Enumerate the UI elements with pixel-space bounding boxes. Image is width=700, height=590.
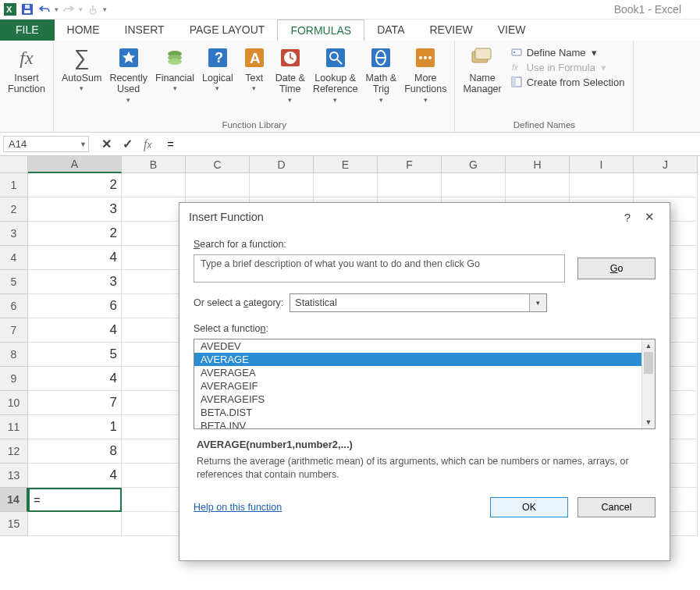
cell-B14[interactable] [122,488,186,512]
cell-A10[interactable]: 7 [28,391,122,415]
cancel-button[interactable]: Cancel [577,497,656,517]
cell-B2[interactable] [122,197,186,222]
dialog-close-icon[interactable]: ✕ [638,210,660,224]
recently-used-button[interactable]: RecentlyUsed▾ [105,43,151,119]
cell-A3[interactable]: 2 [28,222,122,246]
go-button[interactable]: Go [577,258,656,279]
cell-B3[interactable] [122,222,186,246]
chevron-down-icon[interactable]: ▾ [529,294,546,311]
column-header-D[interactable]: D [250,156,314,173]
row-header-3[interactable]: 3 [0,222,28,246]
function-item-average[interactable]: AVERAGE [194,353,655,366]
cell-B12[interactable] [122,439,186,464]
cell-A4[interactable]: 4 [28,246,122,270]
text-button[interactable]: A Text▾ [237,43,272,119]
cell-B6[interactable] [122,294,186,318]
cell-B7[interactable] [122,318,186,343]
cell-B13[interactable] [122,464,186,488]
function-list[interactable]: AVEDEVAVERAGEAVERAGEAAVERAGEIFAVERAGEIFS… [194,339,656,429]
ok-button[interactable]: OK [490,497,568,517]
cell-A14[interactable]: = [28,488,122,512]
cell-A7[interactable]: 4 [28,318,122,343]
row-header-5[interactable]: 5 [0,270,28,294]
enter-formula-icon[interactable]: ✓ [123,137,133,151]
dialog-help-icon[interactable]: ? [616,211,638,224]
tab-review[interactable]: REVIEW [417,20,485,41]
cell-F1[interactable] [378,173,442,197]
category-select[interactable]: Statistical ▾ [290,293,547,312]
cell-E1[interactable] [314,173,378,197]
math-button[interactable]: Math &Trig▾ [362,43,401,119]
tab-data[interactable]: DATA [364,20,417,41]
insert-function-button[interactable]: fx InsertFunction [4,43,49,119]
tab-insert[interactable]: INSERT [112,20,177,41]
cell-B1[interactable] [122,173,186,197]
cell-B9[interactable] [122,367,186,391]
save-icon[interactable] [20,2,34,16]
column-header-C[interactable]: C [186,156,250,173]
row-header-11[interactable]: 11 [0,415,28,439]
tab-file[interactable]: FILE [0,20,55,41]
cell-A2[interactable]: 3 [28,197,122,222]
column-header-I[interactable]: I [570,156,634,173]
tab-view[interactable]: VIEW [485,20,538,41]
column-header-F[interactable]: F [378,156,442,173]
financial-button[interactable]: Financial▾ [151,43,198,119]
lookup-button[interactable]: Lookup &Reference▾ [309,43,362,119]
more-functions-button[interactable]: MoreFunctions▾ [400,43,450,119]
cell-J1[interactable] [634,173,698,197]
redo-icon[interactable] [62,2,76,16]
cell-A1[interactable]: 2 [28,173,122,197]
row-header-15[interactable]: 15 [0,512,28,536]
row-header-6[interactable]: 6 [0,294,28,318]
function-item-averageifs[interactable]: AVERAGEIFS [194,393,655,406]
cell-I1[interactable] [570,173,634,197]
cell-A9[interactable]: 4 [28,367,122,391]
undo-dropdown-icon[interactable]: ▾ [55,5,59,13]
cell-A13[interactable]: 4 [28,464,122,488]
date-time-button[interactable]: Date &Time▾ [272,43,309,119]
function-item-avedev[interactable]: AVEDEV [194,339,655,353]
name-manager-button[interactable]: NameManager [459,43,505,119]
column-header-A[interactable]: A [28,156,122,173]
function-item-averageif[interactable]: AVERAGEIF [194,379,655,393]
formula-input[interactable] [161,133,700,155]
scroll-up-icon[interactable]: ▲ [642,339,655,352]
function-list-scrollbar[interactable]: ▲ ▼ [641,339,655,428]
cell-A11[interactable]: 1 [28,415,122,439]
row-header-4[interactable]: 4 [0,246,28,270]
row-header-2[interactable]: 2 [0,197,28,222]
create-from-selection-button[interactable]: Create from Selection [510,76,625,88]
row-header-14[interactable]: 14 [0,488,28,512]
cell-B4[interactable] [122,246,186,270]
search-function-input[interactable]: Type a brief description of what you wan… [194,254,565,283]
column-header-J[interactable]: J [634,156,698,173]
cell-B15[interactable] [122,512,186,536]
cell-A5[interactable]: 3 [28,270,122,294]
fx-icon[interactable]: fx [144,137,151,151]
column-header-E[interactable]: E [314,156,378,173]
tab-page-layout[interactable]: PAGE LAYOUT [177,20,278,41]
cell-A6[interactable]: 6 [28,294,122,318]
function-item-beta-inv[interactable]: BETA.INV [194,419,655,429]
cancel-formula-icon[interactable]: ✕ [101,137,112,151]
row-header-12[interactable]: 12 [0,439,28,464]
cell-B5[interactable] [122,270,186,294]
row-header-10[interactable]: 10 [0,391,28,415]
cell-G1[interactable] [442,173,506,197]
define-name-button[interactable]: Define Name ▾ [510,46,625,59]
tab-formulas[interactable]: FORMULAS [277,20,364,41]
tab-home[interactable]: HOME [55,20,112,41]
autosum-button[interactable]: ∑ AutoSum▾ [58,43,105,119]
column-header-G[interactable]: G [442,156,506,173]
use-in-formula-button[interactable]: fx Use in Formula ▾ [510,61,625,73]
cell-B8[interactable] [122,343,186,367]
cell-B10[interactable] [122,391,186,415]
column-header-H[interactable]: H [506,156,570,173]
function-item-averagea[interactable]: AVERAGEA [194,366,655,379]
help-on-function-link[interactable]: Help on this function [194,502,282,513]
row-header-13[interactable]: 13 [0,464,28,488]
cell-C1[interactable] [186,173,250,197]
row-header-8[interactable]: 8 [0,343,28,367]
scroll-down-icon[interactable]: ▼ [642,416,655,428]
